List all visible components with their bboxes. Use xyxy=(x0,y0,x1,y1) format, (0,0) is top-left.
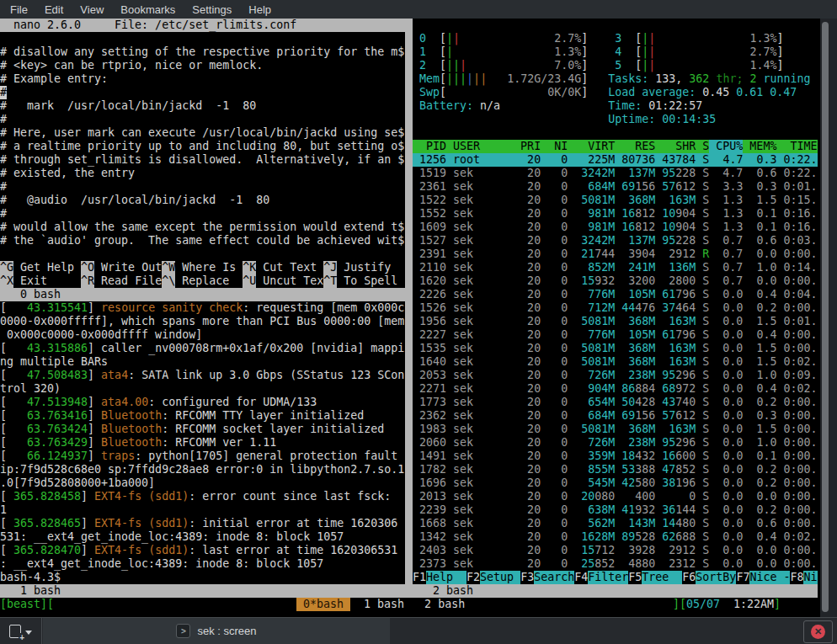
meter-tick: | xyxy=(446,72,453,86)
process-row[interactable]: 1773 sek 20 0 654M 50428 43740 S 0.0 0.2… xyxy=(413,396,818,409)
nano-line: # a realtime priority up to and includin… xyxy=(0,140,405,153)
process-row[interactable]: 1519 sek 20 0 3242M 137M 95228 S 4.7 0.6… xyxy=(413,167,818,180)
process-row[interactable]: 2053 sek 20 0 726M 238M 95296 S 0.0 1.0 … xyxy=(413,369,818,382)
fkey-action[interactable]: SortBy xyxy=(696,571,736,584)
dmesg-line: ip:7f9d528c68e0 sp:7ffdd9c28ae8 error:0 … xyxy=(0,463,405,476)
process-row[interactable]: 1527 sek 20 0 3242M 137M 95228 S 0.7 0.6… xyxy=(413,234,818,247)
process-row[interactable]: 2403 sek 20 0 15712 3928 2912 S 0.0 0.0 … xyxy=(413,544,818,557)
dmesg-line: 0x000c0000-0x000dffff window] xyxy=(0,328,405,342)
meter-tick: | xyxy=(446,32,453,45)
clock-gap xyxy=(720,598,733,611)
process-row[interactable]: 2239 sek 20 0 638M 41932 36144 S 0.0 0.2… xyxy=(413,503,818,517)
fkey-action[interactable]: Tree xyxy=(642,571,682,584)
process-row[interactable]: 2361 sek 20 0 684M 69156 57612 S 3.3 0.3… xyxy=(413,180,818,194)
nano-line: # <key> can be rtprio, nice or memlock. xyxy=(0,59,405,72)
nano-line: # existed, the entry xyxy=(0,167,405,180)
process-row[interactable]: 2391 sek 20 0 21744 3904 2912 R 0.7 0.0 … xyxy=(413,247,818,261)
chevron-down-icon[interactable] xyxy=(25,631,32,635)
process-row[interactable]: 1526 sek 20 0 712M 44476 37464 S 0.0 0.2… xyxy=(413,301,818,315)
nano-shortcut-row: ^G Get Help ^O Write Out^W Where Is ^K C… xyxy=(0,261,405,274)
text-cursor: # xyxy=(0,86,7,99)
process-row[interactable]: 2227 sek 20 0 776M 105M 61796 S 0.0 0.4 … xyxy=(413,328,818,342)
dmesg-line: bash-4.3$ xyxy=(0,571,405,584)
new-tab-icon[interactable] xyxy=(9,625,21,638)
nano-line: # disallow any setting of the respective… xyxy=(0,45,405,59)
dmesg-line: [ 43.315541] resource sanity check: requ… xyxy=(0,301,405,315)
process-row[interactable]: 1491 sek 20 0 359M 18432 16600 S 0.0 0.1… xyxy=(413,450,818,463)
process-row[interactable]: 2373 sek 20 0 25852 4880 2312 S 0.0 0.0 … xyxy=(413,557,818,571)
fkey-action[interactable]: Filter xyxy=(588,571,628,584)
fkey-action[interactable]: Help xyxy=(426,571,466,584)
process-row[interactable]: 1782 sek 20 0 855M 53388 47852 S 0.0 0.2… xyxy=(413,463,818,476)
process-row[interactable]: 1342 sek 20 0 1628M 89528 62688 S 0.0 0.… xyxy=(413,530,818,544)
process-row[interactable]: 1668 sek 20 0 562M 143M 14480 S 0.0 0.6 … xyxy=(413,517,818,530)
process-row[interactable]: 1640 sek 20 0 5081M 368M 163M S 0.0 1.5 … xyxy=(413,355,818,369)
process-row[interactable]: 1552 sek 20 0 981M 16812 10904 S 1.3 0.1… xyxy=(413,207,818,221)
process-row[interactable]: 1522 sek 20 0 5081M 368M 163M S 1.3 1.5 … xyxy=(413,194,818,207)
nano-line: # mark /usr/local/bin/jackd -1 80 xyxy=(0,99,405,113)
tab-bar: > sek : screen ✕ xyxy=(0,617,837,644)
nano-line: # would allow the same except the permis… xyxy=(0,221,405,234)
menu-item-file[interactable]: File xyxy=(2,3,36,16)
process-row[interactable]: 1609 sek 20 0 981M 16812 10904 S 1.3 0.1… xyxy=(413,221,818,234)
fkey-action[interactable]: Nice - xyxy=(749,571,790,584)
menu-item-edit[interactable]: Edit xyxy=(36,3,72,16)
process-row[interactable]: 1983 sek 20 0 5081M 368M 163M S 0.0 1.5 … xyxy=(413,423,818,436)
nano-shortcut-key: ^\ xyxy=(162,274,175,288)
clock-bracket-close: ] xyxy=(774,598,781,611)
pane-nano-dmesg: nano 2.6.0 File: /etc/set_rlimits.conf# … xyxy=(0,19,405,598)
menu-item-settings[interactable]: Settings xyxy=(184,3,240,16)
dmesg-line: [ 63.763424] Bluetooth: RFCOMM socket la… xyxy=(0,423,405,436)
menu-item-view[interactable]: View xyxy=(72,3,112,16)
process-row[interactable]: 1956 sek 20 0 5081M 368M 163M S 0.0 1.5 … xyxy=(413,315,818,328)
dmesg-line: [ 47.513948] ata4.00: configured for UDM… xyxy=(0,396,405,409)
scrollbar-thumb[interactable] xyxy=(822,22,829,612)
process-row[interactable]: 2226 sek 20 0 776M 105M 61796 S 0.0 0.4 … xyxy=(413,288,818,301)
dmesg-line: 531: __ext4_get_inode_loc:4389: inode 8:… xyxy=(0,530,405,544)
htop-meter-row: Mem[|||||| 1.72G/23.4G] Tasks: 133, 362 … xyxy=(413,72,818,86)
htop-fkey-bar: F1Help F2Setup F3SearchF4FilterF5Tree F6… xyxy=(413,571,818,584)
tab-sek-screen[interactable]: > sek : screen xyxy=(43,618,390,644)
meter-tick: | xyxy=(642,59,648,72)
dmesg-line: trol 320) xyxy=(0,382,405,396)
fkey-label: F7 xyxy=(736,571,749,584)
date-label: 05/07 xyxy=(686,598,720,611)
process-row[interactable]: 1696 sek 20 0 545M 42580 38196 S 0.0 0.2… xyxy=(413,476,818,490)
fkey-action[interactable]: Setup xyxy=(480,571,520,584)
time-label: 1:22AM xyxy=(733,598,774,611)
nano-shortcut-key: ^K xyxy=(243,261,256,274)
clock-bracket-open: ][ xyxy=(673,598,686,611)
process-row[interactable]: 2362 sek 20 0 684M 69156 57612 S 0.0 0.3… xyxy=(413,409,818,423)
fkey-label: F4 xyxy=(574,571,588,584)
fkey-action[interactable]: Nice + xyxy=(803,571,818,584)
pane-htop: 0 [|| 2.7%] 3 [|| 1.3%] 1 [| 1.3%] 4 [||… xyxy=(413,19,818,598)
htop-meter-row: Battery: n/a Time: 01:22:57 xyxy=(413,99,818,113)
dmesg-line: [ 63.763416] Bluetooth: RFCOMM TTY layer… xyxy=(0,409,405,423)
close-tab-button[interactable]: ✕ xyxy=(803,620,833,643)
dmesg-line: 0000-0x000fffff], which spans more than … xyxy=(0,315,405,328)
meter-tick: | xyxy=(648,45,655,59)
menu-item-bookmarks[interactable]: Bookmarks xyxy=(112,3,184,16)
process-row[interactable]: 2110 sek 20 0 852M 241M 136M S 0.7 1.0 0… xyxy=(413,261,818,274)
konsole-window: FileEditViewBookmarksSettingsHelp nano 2… xyxy=(0,0,837,644)
nano-line: # the `audio' group. The same effect cou… xyxy=(0,234,405,247)
menu-item-help[interactable]: Help xyxy=(240,3,280,16)
meter-tick: | xyxy=(446,59,453,72)
nano-line: # xyxy=(0,113,405,126)
fkey-action[interactable]: Search xyxy=(534,571,574,584)
process-row[interactable]: 1535 sek 20 0 5081M 368M 163M S 0.0 1.5 … xyxy=(413,342,818,355)
hostname-label: [beast][ xyxy=(0,598,54,611)
screen-caption-window2: 2 bash xyxy=(413,584,818,598)
meter-tick: | xyxy=(642,45,648,59)
dmesg-line: [ 365.828465] EXT4-fs (sdd1): initial er… xyxy=(0,517,405,530)
process-row[interactable]: 1256 root 20 0 225M 80736 43784 S 4.7 0.… xyxy=(413,153,818,167)
process-row[interactable]: 2060 sek 20 0 726M 238M 95296 S 0.0 1.0 … xyxy=(413,436,818,450)
process-row[interactable]: 1620 sek 20 0 15932 3200 2800 S 0.7 0.0 … xyxy=(413,274,818,288)
process-row[interactable]: 2013 sek 20 0 20080 400 0 S 0.0 0.0 0:00… xyxy=(413,490,818,503)
process-row[interactable]: 2271 sek 20 0 904M 86884 68972 S 0.0 0.4… xyxy=(413,382,818,396)
nano-shortcut-key: ^X xyxy=(0,274,13,288)
nano-shortcut-key: ^R xyxy=(81,274,94,288)
fkey-label: F1 xyxy=(413,571,426,584)
scrollbar[interactable] xyxy=(820,19,837,617)
dmesg-line: 1 xyxy=(0,503,405,517)
